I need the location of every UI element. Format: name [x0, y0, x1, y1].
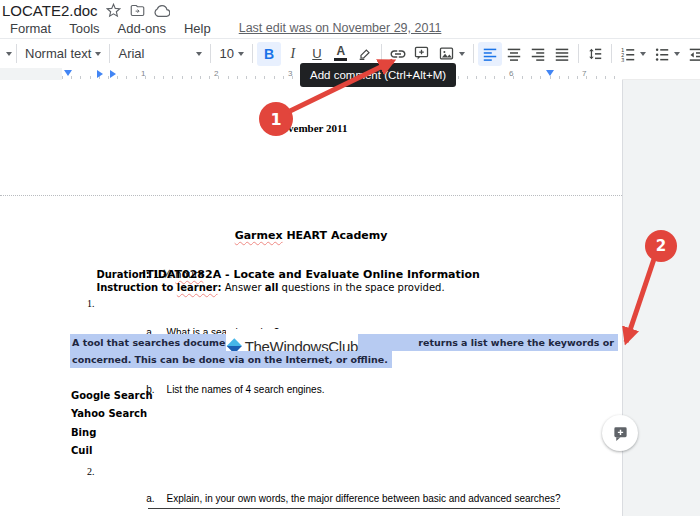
document-page[interactable]: November 2011 Garmex HEART Academy ITIDA… — [0, 80, 622, 516]
tab-stop-marker[interactable] — [97, 70, 103, 78]
italic-button[interactable]: I — [281, 42, 305, 66]
zoom-select-caret[interactable] — [6, 52, 12, 56]
titlebar: LOCATE2.doc Format Tools Add-ons Help La… — [0, 0, 700, 38]
page-side-background — [622, 80, 700, 516]
chevron-down-icon — [196, 52, 202, 56]
menu-format[interactable]: Format — [10, 21, 51, 36]
tab-stop-marker[interactable] — [110, 70, 116, 78]
insert-image-button[interactable] — [434, 42, 469, 66]
last-edit-link[interactable]: Last edit was on November 29, 2011 — [239, 21, 442, 35]
answer-search-engine-4: Cuil — [71, 445, 92, 456]
selected-answer-line-2[interactable]: concerned. This can be done via on the I… — [70, 351, 392, 368]
chevron-down-icon — [95, 52, 101, 56]
align-center-button[interactable] — [502, 42, 526, 66]
star-icon[interactable] — [106, 3, 122, 19]
svg-text:3: 3 — [621, 56, 624, 61]
instruction-line: Instruction to learner: Answer all quest… — [71, 268, 445, 307]
add-comment-tooltip: Add comment (Ctrl+Alt+M) — [300, 63, 456, 87]
chevron-down-icon — [238, 52, 244, 56]
document-canvas: November 2011 Garmex HEART Academy ITIDA… — [0, 80, 700, 516]
menu-help[interactable]: Help — [184, 21, 211, 36]
chevron-down-icon — [459, 52, 465, 56]
align-justify-button[interactable] — [550, 42, 574, 66]
insert-link-button[interactable] — [386, 42, 410, 66]
menu-bar: Format Tools Add-ons Help Last edit was … — [10, 19, 441, 37]
answer-search-engine-2: Yahoo Search — [71, 408, 147, 419]
ruler-margin-area — [0, 68, 62, 80]
step-1-badge: 1 — [259, 102, 293, 136]
font-size-select[interactable]: 10 — [215, 42, 247, 66]
font-select[interactable]: Arial — [114, 42, 206, 66]
decrease-indent-button[interactable] — [684, 42, 700, 66]
right-indent-marker[interactable] — [546, 70, 554, 76]
menu-tools[interactable]: Tools — [69, 21, 99, 36]
text-color-button[interactable]: A — [329, 42, 353, 66]
heading-school: Garmex HEART Academy — [0, 229, 622, 242]
floating-add-comment-button[interactable] — [602, 415, 638, 451]
question-1b: b.List the names of 4 search engines. — [124, 373, 324, 406]
numbered-list-button[interactable]: 123 — [616, 42, 650, 66]
move-to-folder-icon[interactable] — [130, 3, 146, 19]
line-spacing-button[interactable] — [583, 42, 607, 66]
question-1-number: 1. — [87, 298, 95, 309]
highlight-color-button[interactable] — [353, 42, 377, 66]
date-line: November 2011 — [0, 122, 622, 134]
left-indent-marker[interactable] — [64, 70, 72, 76]
add-comment-button[interactable] — [410, 42, 434, 66]
page-break-line — [0, 195, 622, 196]
chevron-down-icon — [640, 52, 646, 56]
cloud-saved-icon[interactable] — [154, 3, 170, 19]
document-title[interactable]: LOCATE2.doc — [2, 2, 98, 19]
align-left-button[interactable] — [478, 42, 502, 66]
question-2a: a.Explain, in your own words, the major … — [124, 482, 561, 515]
underline-button[interactable]: U — [305, 42, 329, 66]
step-2-badge: 2 — [645, 230, 677, 262]
google-docs-window: LOCATE2.doc Format Tools Add-ons Help La… — [0, 0, 700, 516]
comment-plus-icon — [612, 425, 629, 442]
chevron-down-icon — [674, 52, 680, 56]
bold-button[interactable]: B — [257, 42, 281, 66]
answer-blank-line — [148, 508, 560, 509]
bulleted-list-button[interactable] — [650, 42, 684, 66]
answer-search-engine-3: Bing — [71, 427, 96, 438]
align-right-button[interactable] — [526, 42, 550, 66]
answer-search-engine-1: Google Search — [71, 390, 153, 401]
question-2-number: 2. — [87, 466, 95, 477]
menu-addons[interactable]: Add-ons — [118, 21, 166, 36]
paragraph-style-select[interactable]: Normal text — [21, 42, 105, 66]
